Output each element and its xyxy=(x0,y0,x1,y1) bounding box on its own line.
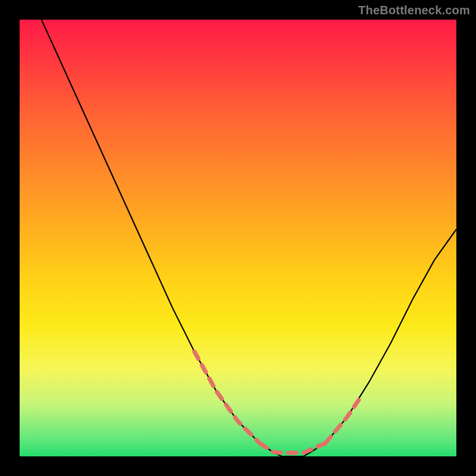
dashed-threshold-left xyxy=(195,352,260,443)
dashed-threshold-right xyxy=(325,398,360,443)
chart-frame: TheBottleneck.com xyxy=(0,0,476,476)
watermark-text: TheBottleneck.com xyxy=(358,4,470,17)
plot-area xyxy=(20,20,456,456)
dashed-valley-floor xyxy=(260,443,325,453)
curve-svg xyxy=(20,20,456,456)
bottleneck-curve-line xyxy=(42,20,456,456)
